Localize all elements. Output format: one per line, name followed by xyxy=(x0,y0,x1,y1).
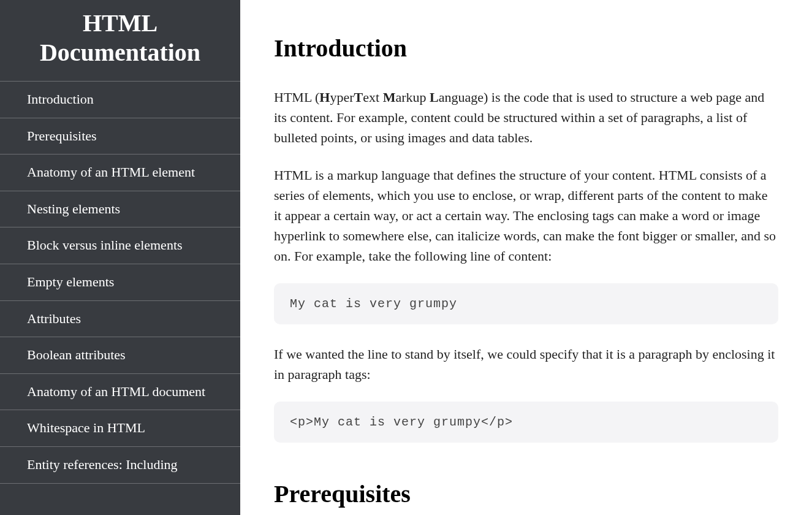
sidebar-item-boolean: Boolean attributes xyxy=(0,337,240,374)
sidebar-item-block-inline: Block versus inline elements xyxy=(0,227,240,264)
sidebar-link-anatomy-document[interactable]: Anatomy of an HTML document xyxy=(0,374,240,410)
section-prerequisites: Prerequisites xyxy=(274,479,778,508)
sidebar-item-empty: Empty elements xyxy=(0,264,240,301)
sidebar-item-anatomy-document: Anatomy of an HTML document xyxy=(0,374,240,411)
sidebar-title: HTML Documentation xyxy=(0,0,240,82)
sidebar-item-whitespace: Whitespace in HTML xyxy=(0,410,240,447)
sidebar-list: Introduction Prerequisites Anatomy of an… xyxy=(0,82,240,484)
code-block-1: My cat is very grumpy xyxy=(274,283,778,324)
sidebar-link-boolean[interactable]: Boolean attributes xyxy=(0,337,240,373)
sidebar-item-prerequisites: Prerequisites xyxy=(0,118,240,155)
sidebar-nav: HTML Documentation Introduction Prerequi… xyxy=(0,0,240,515)
section-heading: Prerequisites xyxy=(274,479,778,508)
sidebar-link-entity-references[interactable]: Entity references: Including xyxy=(0,447,240,483)
code-content-1: My cat is very grumpy xyxy=(290,297,457,311)
sidebar-link-nesting[interactable]: Nesting elements xyxy=(0,191,240,227)
sidebar-item-attributes: Attributes xyxy=(0,301,240,338)
section-introduction: Introduction HTML (HyperText Markup Lang… xyxy=(274,34,778,443)
intro-paragraph-1: HTML (HyperText Markup Language) is the … xyxy=(274,87,778,148)
intro-paragraph-3: If we wanted the line to stand by itself… xyxy=(274,344,778,384)
intro-paragraph-2: HTML is a markup language that defines t… xyxy=(274,165,778,266)
code-block-2: <p>My cat is very grumpy</p> xyxy=(274,402,778,443)
sidebar-link-prerequisites[interactable]: Prerequisites xyxy=(0,118,240,154)
sidebar-item-introduction: Introduction xyxy=(0,82,240,118)
sidebar-link-whitespace[interactable]: Whitespace in HTML xyxy=(0,410,240,446)
code-content-2: <p>My cat is very grumpy</p> xyxy=(290,415,513,429)
sidebar-link-empty[interactable]: Empty elements xyxy=(0,264,240,300)
section-heading: Introduction xyxy=(274,34,778,63)
sidebar-link-anatomy-element[interactable]: Anatomy of an HTML element xyxy=(0,154,240,191)
sidebar-link-block-inline[interactable]: Block versus inline elements xyxy=(0,227,240,264)
main-content: Introduction HTML (HyperText Markup Lang… xyxy=(240,0,812,515)
sidebar-item-nesting: Nesting elements xyxy=(0,191,240,228)
sidebar-link-attributes[interactable]: Attributes xyxy=(0,301,240,337)
sidebar-item-anatomy-element: Anatomy of an HTML element xyxy=(0,154,240,191)
sidebar-link-introduction[interactable]: Introduction xyxy=(0,82,240,118)
sidebar-item-entity-references: Entity references: Including xyxy=(0,447,240,484)
